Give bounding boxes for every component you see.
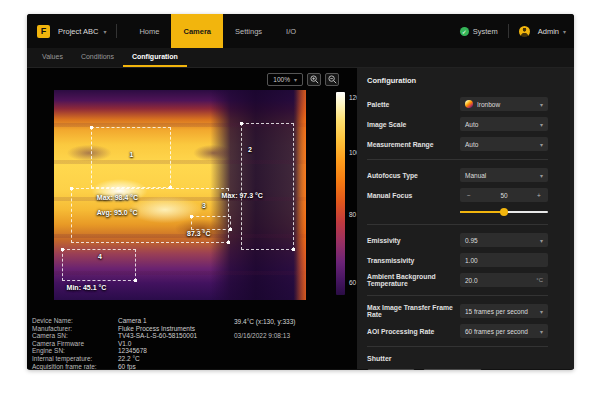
tab-values[interactable]: Values bbox=[33, 48, 72, 67]
temperature-colorbar bbox=[336, 92, 345, 295]
ironbow-palette-icon bbox=[465, 100, 473, 108]
manual-focus-row: Manual Focus − 50 + bbox=[367, 188, 574, 202]
configuration-panel: Configuration Palette Ironbow ▾ Image Sc… bbox=[357, 68, 574, 369]
user-label: Admin bbox=[538, 27, 559, 36]
zoom-out-icon bbox=[328, 75, 337, 84]
info-value: 12345678 bbox=[118, 347, 147, 355]
aoi-region-2[interactable] bbox=[241, 123, 294, 250]
emissivity-label: Emissivity bbox=[367, 237, 460, 244]
tab-configuration[interactable]: Configuration bbox=[123, 48, 187, 67]
autofocus-type-value: Manual bbox=[465, 172, 540, 179]
divider bbox=[367, 159, 548, 160]
nav-tab-io[interactable]: I/O bbox=[274, 14, 308, 48]
zoom-level-select[interactable]: 100% ▾ bbox=[267, 73, 303, 86]
aoi-region-3-label: 3 bbox=[202, 202, 206, 209]
divider bbox=[367, 346, 548, 347]
focus-decrement-button[interactable]: − bbox=[465, 192, 473, 199]
user-avatar-icon bbox=[519, 26, 530, 37]
chevron-down-icon: ▾ bbox=[540, 172, 543, 179]
region2-max-annotation: Max: 97.3 °C bbox=[222, 192, 263, 199]
emissivity-value: 0.95 bbox=[465, 237, 540, 244]
image-scale-select[interactable]: Auto ▾ bbox=[460, 117, 548, 131]
chevron-down-icon: ▾ bbox=[103, 28, 106, 35]
aoi-processing-rate-label: AOI Processing Rate bbox=[367, 328, 460, 335]
info-row: Engine SN:12345678 bbox=[32, 347, 357, 355]
zoom-out-button[interactable] bbox=[325, 73, 339, 86]
manual-focus-value: 50 bbox=[473, 192, 535, 199]
measurement-range-row: Measurement Range Auto ▾ bbox=[367, 137, 574, 151]
max-transfer-rate-row: Max Image Transfer Frame Rate 15 frames … bbox=[367, 304, 574, 318]
manual-focus-slider[interactable] bbox=[460, 208, 548, 216]
emissivity-select[interactable]: 0.95 ▾ bbox=[460, 233, 548, 247]
focus-increment-button[interactable]: + bbox=[535, 192, 543, 199]
manual-focus-label: Manual Focus bbox=[367, 192, 460, 199]
palette-row: Palette Ironbow ▾ bbox=[367, 97, 574, 111]
cursor-temp-readout: 39.4°C (x:130, y:333) bbox=[234, 318, 296, 325]
user-menu[interactable]: Admin ▾ bbox=[519, 26, 566, 37]
tab-conditions[interactable]: Conditions bbox=[72, 48, 123, 67]
chevron-down-icon: ▾ bbox=[540, 237, 543, 244]
manual-focus-slider-row bbox=[367, 208, 574, 216]
content: 100% ▾ bbox=[27, 68, 574, 369]
palette-label: Palette bbox=[367, 101, 460, 108]
info-label: Manufacturer: bbox=[32, 325, 118, 333]
thermal-image-pane: 100% ▾ bbox=[27, 68, 357, 369]
transmissivity-input[interactable]: 1.00 bbox=[460, 253, 548, 267]
page: F Project ABC ▾ Home Camera Settings I/O… bbox=[0, 0, 600, 400]
image-scale-row: Image Scale Auto ▾ bbox=[367, 117, 574, 131]
image-scale-label: Image Scale bbox=[367, 121, 460, 128]
palette-select[interactable]: Ironbow ▾ bbox=[460, 97, 548, 111]
project-selector[interactable]: Project ABC ▾ bbox=[58, 27, 106, 36]
chevron-down-icon: ▾ bbox=[540, 141, 543, 148]
transmissivity-value: 1.00 bbox=[465, 257, 543, 264]
aoi-region-3[interactable] bbox=[191, 216, 231, 230]
info-label: Camera Firmware bbox=[32, 340, 118, 348]
image-scale-value: Auto bbox=[465, 121, 540, 128]
app-window: F Project ABC ▾ Home Camera Settings I/O… bbox=[27, 14, 574, 370]
max-transfer-rate-select[interactable]: 15 frames per second ▾ bbox=[460, 304, 548, 318]
chevron-down-icon: ▾ bbox=[294, 76, 297, 83]
chevron-down-icon: ▾ bbox=[540, 328, 543, 335]
autofocus-type-select[interactable]: Manual ▾ bbox=[460, 168, 548, 182]
system-status-label[interactable]: System bbox=[473, 27, 498, 36]
zoom-in-button[interactable] bbox=[307, 73, 321, 86]
ambient-temperature-input[interactable]: 20.0 °C bbox=[460, 273, 548, 287]
device-info: Device Name:Camera 1 Manufacturer:Fluke … bbox=[32, 317, 357, 370]
shutter-now-button[interactable]: ⚙ Now bbox=[367, 369, 415, 370]
aoi-processing-rate-select[interactable]: 60 frames per second ▾ bbox=[460, 324, 548, 338]
autofocus-type-row: Autofocus Type Manual ▾ bbox=[367, 168, 574, 182]
measurement-range-label: Measurement Range bbox=[367, 141, 460, 148]
system-status-ok-icon: ✓ bbox=[460, 27, 469, 36]
nav-tab-camera[interactable]: Camera bbox=[171, 14, 223, 48]
thermal-image[interactable]: 1 2 3 4 Max: 98.4 °C Avg: 95.0 °C Max: 9… bbox=[54, 90, 306, 300]
chevron-down-icon: ▾ bbox=[540, 308, 543, 315]
aoi-region-1-label: 1 bbox=[130, 151, 134, 158]
nav-tab-home[interactable]: Home bbox=[127, 14, 171, 48]
info-row: Internal temperature:22.2 °C bbox=[32, 355, 357, 363]
min-temp-annotation: Min: 45.1 °C bbox=[67, 284, 107, 291]
info-label: Internal temperature: bbox=[32, 355, 118, 363]
shutter-configure-button[interactable]: Configure... bbox=[423, 369, 483, 370]
image-toolbar: 100% ▾ bbox=[27, 68, 357, 90]
divider bbox=[367, 295, 548, 296]
measurement-range-value: Auto bbox=[465, 141, 540, 148]
info-row: Acquisition frame rate:60 fps bbox=[32, 363, 357, 370]
slider-handle[interactable] bbox=[500, 208, 508, 216]
region1-max-annotation: Max: 98.4 °C bbox=[97, 194, 138, 201]
autofocus-type-label: Autofocus Type bbox=[367, 172, 460, 179]
info-value: V1.0 bbox=[118, 340, 131, 348]
project-label: Project ABC bbox=[58, 27, 98, 36]
chevron-down-icon: ▾ bbox=[563, 28, 566, 35]
info-label: Acquisition frame rate: bbox=[32, 363, 118, 370]
info-value: Fluke Process Instruments bbox=[118, 325, 195, 333]
divider bbox=[116, 24, 117, 38]
thermal-viz: 1 2 3 4 Max: 98.4 °C Avg: 95.0 °C Max: 9… bbox=[27, 90, 357, 302]
transmissivity-row: Transmissivity 1.00 bbox=[367, 253, 574, 267]
max-transfer-rate-label: Max Image Transfer Frame Rate bbox=[367, 304, 460, 318]
measurement-range-select[interactable]: Auto ▾ bbox=[460, 137, 548, 151]
fluke-logo-icon: F bbox=[37, 25, 50, 38]
main-nav: Home Camera Settings I/O bbox=[127, 14, 308, 48]
nav-tab-settings[interactable]: Settings bbox=[223, 14, 274, 48]
region1-avg-annotation: Avg: 95.0 °C bbox=[97, 209, 138, 216]
chevron-down-icon: ▾ bbox=[540, 101, 543, 108]
